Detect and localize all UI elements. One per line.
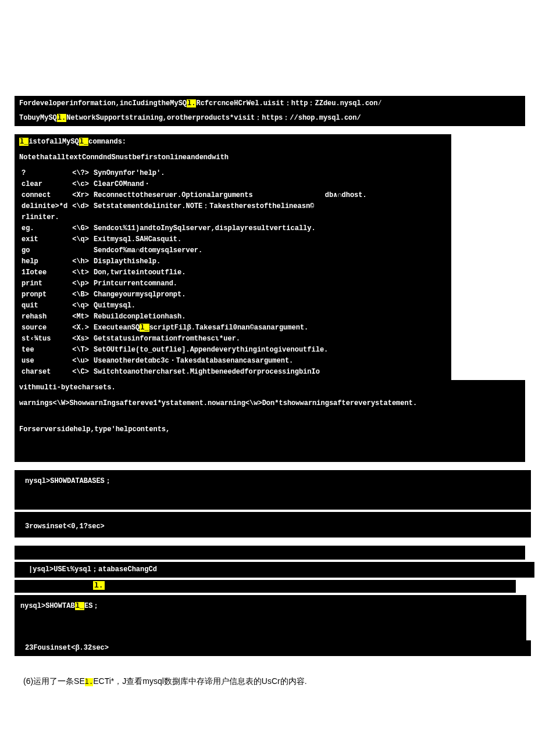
intro-line1a: Fordeveloperinformation,incIudingtheMySQ	[19, 99, 187, 108]
table-row: 1Iotee<\t>Don,twriteintooutflie.	[19, 267, 369, 278]
table-row: eg.<\G>Sendcoι%11)andtoInySqlserver,disp…	[19, 223, 369, 234]
showtables-block: nysql>SHOWTABl_ES；	[15, 595, 526, 640]
showdb-block: nysql>SHOWDATABASES；	[15, 470, 531, 510]
commands-table: ?<\?>SynOnynfor'help'. clear<\c>ClearCOM…	[19, 168, 369, 378]
intro-line2-hl: l.	[57, 114, 66, 122]
table-row: rliniter.	[19, 212, 369, 223]
table-row: print<\p>Printcurrentcomnand.	[19, 278, 369, 289]
caption-text: (6)运用了一条SEl.ECTi*，J查看mysql数捌库中存谛用户信息表的Us…	[23, 675, 512, 689]
spacer	[15, 546, 525, 560]
hdr-txt: istofallMySQ	[28, 138, 79, 146]
showtables-b: ES；	[84, 602, 99, 610]
showtables-res: 23Fousinset<β.32sec>	[25, 644, 109, 652]
note-text: NotethatalltextConndndSnustbefirstonline…	[19, 153, 229, 162]
hl-strip: l.	[15, 580, 516, 593]
intro-line2b: NetworkSupportstraining,orotherproducts*…	[66, 114, 361, 122]
table-row: st‹¾tus<Xs>Getstatusinformationfromthesc…	[19, 334, 369, 345]
table-row: charset<\C>Switchtoanothercharset.Mightb…	[19, 367, 369, 378]
showdb-res: 3rowsinset<0,1?sec>	[25, 522, 105, 531]
table-row: ?<\?>SynOnynfor'help'.	[19, 168, 369, 179]
table-row: source<X.>ExecuteanSQl_scriptFilβ.Takesa…	[19, 323, 369, 334]
tail2: warnings<\W>ShowwarnIngsaftereve1*ystate…	[15, 396, 525, 411]
table-row: pronpt<\B>Changeyourmysqlpronpt.	[19, 289, 369, 300]
spacer	[15, 438, 525, 462]
tail1: vithmulti-bytecharsets.	[15, 380, 525, 396]
showdb-result: 3rowsinset<0,1?sec>	[15, 512, 531, 538]
hl-l: l.	[93, 581, 105, 590]
intro-block: Fordeveloperinformation,incIudingtheMySQ…	[15, 96, 525, 126]
table-row: use<\u>Useanotherdetαbc3c・Takesdatabasen…	[19, 356, 369, 367]
intro-line2a: TobuyMySQ	[19, 114, 57, 122]
table-row: connect<Xr>Reconnecttotheseruer.Optional…	[19, 190, 369, 201]
showtables-a: nysql>SHOWTAB	[20, 602, 75, 610]
hdr-end: comnands:	[88, 138, 126, 146]
table-row: clear<\c>ClearCOMnand・	[19, 179, 369, 190]
use-block: |ysql>USEι%ysql；atabaseChangCd	[15, 562, 534, 578]
hdr-hl2: l_	[79, 138, 88, 146]
showtables-result: 23Fousinset<β.32sec>	[15, 640, 531, 656]
table-row: tee<\T>SetOUtfile(to_outflie].Appendever…	[19, 345, 369, 356]
help-note: NotethatalltextConndndSnustbefirstonline…	[15, 150, 451, 166]
table-row: delinite>*d<\d>Setstatementdeliniter.NOT…	[19, 201, 369, 212]
showtables-hl: l_	[75, 602, 84, 610]
showdb-cmd: nysql>SHOWDATABASES；	[25, 477, 112, 485]
help-table: ?<\?>SynOnynfor'help'. clear<\c>ClearCOM…	[15, 166, 451, 380]
table-row: exit<\q>Exitmysql.SAHCasquit.	[19, 234, 369, 245]
tail3: Forserversidehelp,type'helpcontents,	[15, 422, 525, 438]
intro-line1b: RcfcrcnceHCrWel.uisit：http：ZZdeu.nysql.c…	[196, 99, 381, 108]
table-row: help<\h>Displaythishelp.	[19, 256, 369, 267]
use-cmd: |ysql>USEι%ysql；atabaseChangCd	[28, 565, 157, 574]
table-row: quit<\q>Quitmysql.	[19, 300, 369, 311]
hdr-hl1: l_	[19, 138, 28, 146]
spacer	[15, 411, 525, 422]
table-row: goSendcof%ma∩dtomysqlserver.	[19, 245, 369, 256]
intro-line1-hl: l.	[187, 99, 196, 108]
table-row: rehash<Mt>Rebuildconpletionhash.	[19, 311, 369, 323]
help-header: l_istofallMySQl_comnands:	[15, 134, 451, 150]
